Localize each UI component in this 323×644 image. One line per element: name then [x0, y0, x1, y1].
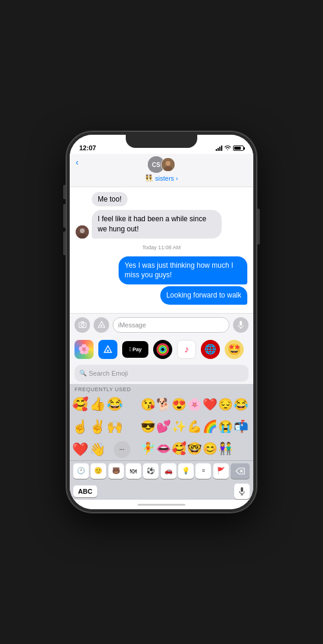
emoji-hearts[interactable]: 💕	[156, 416, 171, 437]
symbols-button[interactable]: ⌗	[195, 463, 211, 479]
svg-point-15	[161, 347, 165, 351]
emoji-dog[interactable]: 🐕	[156, 394, 171, 415]
audio-button[interactable]	[233, 317, 249, 333]
phone-screen: 12:07	[70, 135, 253, 509]
volume-down-button[interactable]	[63, 231, 66, 255]
status-icons	[216, 145, 244, 151]
emoji-fairy[interactable]: 🧚	[141, 438, 156, 459]
emoji-heart[interactable]: ❤️	[203, 394, 218, 415]
memoji-row-2: ☝️ ✌️ 🙌	[72, 416, 137, 438]
group-name-text: sisters	[155, 175, 174, 182]
wifi-icon	[224, 145, 231, 151]
emoji-nerd[interactable]: 🤓	[187, 438, 202, 459]
emoji-keyboard: FREQUENTLY USED 🥰 👍 😂 ☝️ ✌️ 🙌	[70, 384, 253, 500]
input-placeholder: iMessage	[118, 321, 146, 329]
memoji-7[interactable]: ❤️	[72, 439, 88, 460]
emoji-lips[interactable]: 👄	[156, 438, 171, 459]
emoji-smiling[interactable]: 🥰	[172, 438, 187, 459]
memoji-1[interactable]: 🥰	[72, 394, 88, 415]
emoji-section-title: FREQUENTLY USED	[70, 384, 253, 394]
search-icon: 🔍	[79, 370, 86, 376]
emoji-cool[interactable]: 😎	[141, 416, 156, 437]
chat-header: ‹ CS 👯 sisters ›	[70, 154, 253, 187]
mute-button[interactable]	[63, 185, 66, 199]
emoji-laugh[interactable]: 😂	[234, 394, 249, 415]
abc-button[interactable]: ABC	[73, 485, 97, 497]
svg-point-1	[166, 161, 170, 166]
backspace-button[interactable]	[231, 463, 250, 479]
tray-appstore[interactable]	[98, 340, 117, 359]
group-name[interactable]: 👯 sisters ›	[145, 174, 178, 182]
emoji-grid: 😘 🐕 😍 🌸 ❤️ 😔 😂 😎 💕 ✨ 💪 🌈 😭 📬	[138, 394, 251, 459]
tray-activity[interactable]	[153, 340, 172, 359]
emoji-search-bar[interactable]: 🔍 Search Emoji	[74, 365, 249, 382]
memoji-6[interactable]: 🙌	[107, 416, 123, 438]
input-bar: iMessage	[70, 313, 253, 336]
signal-icon	[216, 145, 222, 151]
spacer	[97, 484, 234, 499]
memoji-8[interactable]: 👋	[89, 439, 105, 460]
emoji-heart-eyes[interactable]: 😍	[172, 394, 187, 415]
memoji-row-1: 🥰 👍 😂	[72, 394, 137, 415]
clock-button[interactable]: 🕐	[73, 463, 89, 479]
emoji-smile[interactable]: 😊	[203, 438, 218, 459]
appstore-icon[interactable]	[94, 317, 109, 333]
battery-icon	[233, 145, 244, 151]
tray-applepay[interactable]:  Pay	[122, 341, 148, 358]
objects-button[interactable]: 💡	[178, 463, 194, 479]
power-button[interactable]	[257, 209, 260, 244]
emoji-row-1: 🥰 👍 😂 ☝️ ✌️ 🙌 ❤️ 👋 ···	[70, 394, 253, 460]
volume-up-button[interactable]	[63, 204, 66, 228]
tray-memoji[interactable]: 🤩	[225, 340, 244, 359]
imessage-input[interactable]: iMessage	[113, 317, 229, 333]
message-text: Yes I was just thinking how much I miss …	[125, 261, 233, 280]
emoji-rainbow[interactable]: 🌈	[203, 416, 218, 437]
message-me-too: Me too!	[92, 192, 128, 206]
food-button[interactable]: 🍽	[126, 463, 141, 479]
emoji-flower[interactable]: 🌸	[187, 394, 202, 415]
group-emoji: 👯	[145, 174, 153, 182]
back-button[interactable]: ‹	[76, 157, 79, 167]
emoji-muscle[interactable]: 💪	[187, 416, 202, 437]
travel-button[interactable]: 🚗	[161, 463, 176, 479]
memoji-2[interactable]: 👍	[89, 394, 105, 415]
svg-rect-18	[241, 487, 243, 492]
messages-area: Me too! I feel like it had been a while …	[70, 187, 253, 313]
emoji-face-button[interactable]: 🙂	[91, 463, 106, 479]
animal-button[interactable]: 🐻	[108, 463, 124, 479]
applepay-label:  Pay	[129, 346, 142, 352]
sports-button[interactable]: ⚽	[143, 463, 159, 479]
tray-photos[interactable]: 🌸	[74, 340, 94, 359]
keyboard-bottom-bar: 🕐 🙂 🐻 🍽 ⚽ 🚗 💡 ⌗ 🚩	[70, 460, 253, 481]
emoji-couple[interactable]: 👫	[218, 438, 233, 459]
status-time: 12:07	[79, 144, 96, 151]
flags-button[interactable]: 🚩	[213, 463, 229, 479]
home-indicator[interactable]	[70, 500, 253, 509]
search-placeholder: Search Emoji	[89, 370, 128, 377]
camera-icon[interactable]	[74, 317, 90, 333]
app-tray: 🌸  Pay	[70, 336, 253, 363]
emoji-kissing[interactable]: 😘	[141, 394, 156, 415]
memoji-3[interactable]: 😂	[107, 394, 123, 415]
tray-globe[interactable]: 🌐	[201, 340, 220, 359]
tray-music[interactable]: ♪	[177, 340, 196, 359]
message-text: I feel like it had been a while since we…	[98, 215, 206, 233]
emoji-sparkle[interactable]: ✨	[172, 416, 187, 437]
svg-rect-9	[240, 321, 242, 326]
phone-frame: 12:07	[66, 131, 257, 513]
emoji-crying[interactable]: 😭	[218, 416, 233, 437]
svg-point-12	[107, 349, 109, 351]
message-hung-out: I feel like it had been a while since we…	[76, 210, 222, 239]
memoji-4[interactable]: ☝️	[72, 416, 88, 438]
svg-point-2	[164, 166, 172, 171]
home-bar	[138, 504, 185, 506]
mic-button[interactable]	[234, 484, 250, 499]
message-miss-you: Yes I was just thinking how much I miss …	[119, 256, 247, 285]
svg-point-5	[78, 234, 86, 239]
emoji-sad[interactable]: 😔	[218, 394, 233, 415]
memoji-5[interactable]: ✌️	[89, 416, 105, 438]
memoji-more[interactable]: ···	[114, 441, 131, 458]
avatar-photo	[161, 157, 175, 172]
notch	[126, 135, 197, 148]
emoji-mailbox[interactable]: 📬	[234, 416, 249, 437]
